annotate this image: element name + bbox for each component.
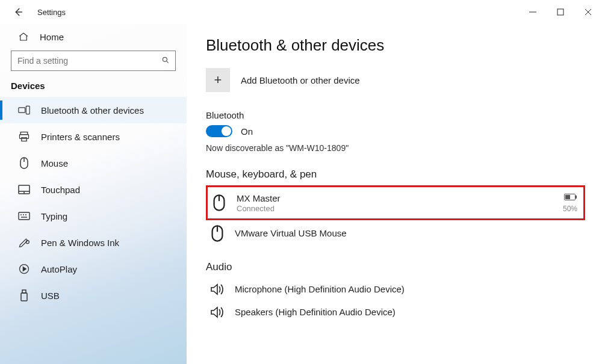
autoplay-icon	[18, 263, 30, 275]
home-icon	[18, 31, 29, 42]
sidebar-item-label: AutoPlay	[41, 264, 77, 274]
search-box[interactable]	[11, 51, 176, 71]
window-controls	[519, 0, 602, 24]
svg-rect-30	[565, 195, 570, 199]
maximize-button[interactable]	[547, 0, 574, 24]
search-icon	[156, 56, 175, 66]
sidebar-item-autoplay[interactable]: AutoPlay	[0, 256, 187, 282]
audio-section-title: Audio	[206, 261, 585, 273]
battery-percent: 50%	[563, 205, 577, 213]
svg-point-4	[163, 57, 167, 61]
svg-line-5	[166, 61, 168, 63]
sidebar-item-typing[interactable]: Typing	[0, 203, 187, 229]
sidebar-item-label: Touchpad	[41, 185, 80, 195]
sidebar-section-label: Devices	[0, 77, 187, 97]
svg-rect-25	[21, 293, 27, 301]
keyboard-icon	[18, 210, 30, 222]
usb-icon	[18, 289, 30, 301]
device-speakers[interactable]: Speakers (High Definition Audio Device)	[206, 301, 585, 324]
page-title: Bluetooth & other devices	[206, 36, 585, 55]
search-input[interactable]	[11, 56, 156, 66]
sidebar-home-label: Home	[40, 32, 64, 42]
svg-rect-1	[557, 9, 563, 15]
mouse-icon	[210, 194, 228, 211]
sidebar-item-bluetooth[interactable]: Bluetooth & other devices	[0, 97, 187, 123]
back-button[interactable]	[10, 4, 26, 20]
pen-icon	[18, 236, 30, 248]
svg-rect-29	[576, 196, 577, 199]
sidebar-item-label: Bluetooth & other devices	[41, 105, 144, 116]
bluetooth-header: Bluetooth	[206, 110, 585, 120]
device-mx-master[interactable]: MX Master Connected 50%	[206, 185, 585, 220]
battery-icon	[564, 192, 577, 203]
mouse-icon	[18, 157, 30, 169]
sidebar-item-label: Typing	[41, 211, 67, 221]
device-name: VMware Virtual USB Mouse	[235, 228, 579, 239]
svg-rect-10	[22, 138, 26, 141]
devices-icon	[18, 104, 30, 116]
device-status: Connected	[237, 204, 554, 213]
maximize-icon	[557, 8, 564, 16]
sidebar-home[interactable]: Home	[0, 24, 187, 49]
device-name: Microphone (High Definition Audio Device…	[235, 284, 579, 295]
svg-rect-9	[20, 135, 29, 139]
sidebar-item-mouse[interactable]: Mouse	[0, 150, 187, 176]
sidebar-item-usb[interactable]: USB	[0, 282, 187, 309]
svg-rect-6	[19, 108, 25, 113]
plus-icon: +	[214, 72, 222, 88]
title-bar: Settings	[0, 0, 602, 24]
device-name: MX Master	[237, 193, 554, 204]
device-microphone[interactable]: Microphone (High Definition Audio Device…	[206, 278, 585, 301]
svg-marker-23	[23, 267, 26, 271]
svg-rect-7	[26, 106, 29, 114]
speaker-icon	[208, 283, 226, 296]
mouse-section-title: Mouse, keyboard, & pen	[206, 168, 585, 180]
svg-rect-16	[19, 212, 29, 220]
printer-icon	[18, 131, 30, 143]
mouse-icon	[208, 225, 226, 242]
main-panel: Bluetooth & other devices + Add Bluetoot…	[187, 24, 602, 364]
sidebar-item-label: Pen & Windows Ink	[41, 238, 119, 248]
device-vmware-mouse[interactable]: VMware Virtual USB Mouse	[206, 220, 585, 247]
sidebar-item-label: Printers & scanners	[41, 132, 120, 142]
minimize-button[interactable]	[519, 0, 547, 24]
add-device-button[interactable]: +	[206, 68, 230, 92]
speaker-icon	[208, 306, 226, 319]
bluetooth-state: On	[241, 126, 253, 137]
window-title: Settings	[37, 8, 66, 17]
add-device-row[interactable]: + Add Bluetooth or other device	[206, 68, 585, 92]
arrow-left-icon	[13, 7, 23, 17]
sidebar-item-touchpad[interactable]: Touchpad	[0, 176, 187, 203]
bluetooth-toggle[interactable]	[206, 125, 232, 137]
sidebar-item-label: USB	[41, 291, 60, 301]
toggle-knob	[222, 126, 231, 136]
sidebar-item-pen[interactable]: Pen & Windows Ink	[0, 229, 187, 256]
touchpad-icon	[18, 184, 30, 196]
sidebar-item-label: Mouse	[41, 158, 68, 168]
device-name: Speakers (High Definition Audio Device)	[235, 307, 579, 318]
sidebar-item-printers[interactable]: Printers & scanners	[0, 123, 187, 150]
close-icon	[585, 8, 592, 16]
sidebar: Home Devices Bluetooth & other devices P…	[0, 24, 187, 364]
close-button[interactable]	[574, 0, 602, 24]
add-device-label: Add Bluetooth or other device	[241, 75, 360, 85]
discoverable-text: Now discoverable as "WM-W10-1809"	[206, 143, 585, 153]
minimize-icon	[529, 8, 536, 16]
